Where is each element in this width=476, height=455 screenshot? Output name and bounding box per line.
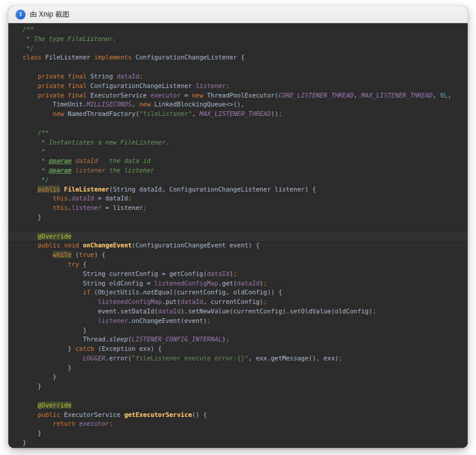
code-token: implements xyxy=(94,54,131,61)
code-token: @param xyxy=(49,157,71,164)
code-token: executor xyxy=(79,420,109,427)
code-token: dataId xyxy=(158,307,181,315)
code-token: while xyxy=(53,251,72,258)
code-token: = xyxy=(181,92,192,99)
code-token: FileListener xyxy=(64,186,109,193)
code-token: @Override xyxy=(37,401,71,409)
code-token: () { xyxy=(192,411,206,418)
code-token: class xyxy=(23,54,42,61)
code-token: private final xyxy=(23,73,86,80)
code-token: TimeUnit. xyxy=(23,101,86,108)
code-line xyxy=(8,62,468,72)
code-token: , xyxy=(447,92,451,99)
xnip-window: ✂ 由 Xnip 截图 /** * The type FileListener.… xyxy=(8,6,468,448)
code-token: new xyxy=(23,110,64,117)
code-area[interactable]: /** * The type FileListener. */class Fil… xyxy=(8,25,468,448)
code-line: @Override xyxy=(8,401,468,410)
code-token: executor xyxy=(151,92,181,99)
code-token: sleep xyxy=(109,335,128,343)
code-token: , currentConfig) xyxy=(203,298,263,305)
code-token: try xyxy=(23,261,79,268)
code-token: } xyxy=(23,327,86,334)
code-token: ; xyxy=(339,354,342,362)
code-token: event.setDataId( xyxy=(23,307,158,315)
code-token: ; xyxy=(139,73,143,80)
code-editor[interactable]: /** * The type FileListener. */class Fil… xyxy=(8,23,468,448)
code-token: */ xyxy=(23,45,34,52)
code-token: , xyxy=(353,92,361,99)
code-line: * The type FileListener. xyxy=(8,34,468,44)
code-token: = dataId xyxy=(94,194,128,202)
code-token: .error( xyxy=(105,354,131,362)
code-line xyxy=(8,119,468,128)
code-token: (Exception exx) { xyxy=(94,345,162,352)
code-token: (String dataId, ConfigurationChangeListe… xyxy=(109,186,316,193)
xnip-app-icon: ✂ xyxy=(15,10,26,20)
code-token: private final xyxy=(23,82,86,89)
code-token: { xyxy=(79,261,87,268)
code-token: ) { xyxy=(94,251,105,258)
code-token: CORE_LISTENER_THREAD xyxy=(278,92,353,99)
code-token: * xyxy=(23,167,49,174)
code-token: notEqual xyxy=(143,288,173,296)
code-token: } xyxy=(23,345,76,352)
code-token: return xyxy=(23,420,76,427)
code-line: while (true) { xyxy=(8,250,468,260)
code-token: ConfigurationChangeListener xyxy=(86,82,195,89)
code-token: } xyxy=(23,364,71,371)
code-token: * xyxy=(23,157,49,164)
code-line: String oldConfig = listenedConfigMap.get… xyxy=(8,279,468,288)
code-token: ; xyxy=(264,298,267,305)
code-token: the data id xyxy=(98,157,151,164)
code-line: TimeUnit.MILLISECONDS, new LinkedBlockin… xyxy=(8,100,468,109)
code-token: .onChangeEvent(event) xyxy=(128,317,207,324)
code-line: this.dataId = dataId; xyxy=(8,194,468,203)
code-token: @Override xyxy=(37,233,71,240)
code-token: String xyxy=(86,73,117,80)
code-token: the listener xyxy=(105,167,154,174)
code-token: .put( xyxy=(162,298,181,305)
code-line: * Instantiates a new FileListener. xyxy=(8,138,468,148)
code-line: listener.onChangeEvent(event); xyxy=(8,316,468,326)
code-token: MILLISECONDS xyxy=(86,101,131,108)
code-token: Thread. xyxy=(23,335,109,343)
code-token: , xyxy=(433,92,440,99)
code-token: ; xyxy=(233,270,237,277)
code-token: ; xyxy=(264,280,267,287)
code-token: dataId xyxy=(237,280,259,287)
code-token: LOGGER xyxy=(83,354,105,362)
code-token: LinkedBlockingQueue<>(), xyxy=(151,101,245,108)
code-line: if (ObjectUtils.notEqual(currentConfig, … xyxy=(8,288,468,297)
code-token: ; xyxy=(372,307,376,315)
code-token xyxy=(23,317,98,324)
code-token: )) xyxy=(271,110,278,117)
window-title: 由 Xnip 截图 xyxy=(30,10,70,20)
code-token: "fileListener" xyxy=(139,110,192,117)
code-token: public xyxy=(23,411,60,418)
code-token: listenedConfigMap xyxy=(154,280,218,287)
code-line: } xyxy=(8,326,468,335)
code-token xyxy=(23,401,37,409)
code-token: dataId xyxy=(181,298,203,305)
code-token: FileListener xyxy=(42,54,95,61)
code-token: (currentConfig, oldConfig)) { xyxy=(173,288,282,296)
code-line: } xyxy=(8,213,468,222)
code-line: */ xyxy=(8,175,468,185)
code-token: (ObjectUtils. xyxy=(90,288,143,296)
code-token: ).setNewValue(currentConfig).setOldValue… xyxy=(181,307,372,315)
code-token: ; xyxy=(109,420,112,427)
code-token: new xyxy=(192,92,203,99)
code-line: private final String dataId; xyxy=(8,72,468,81)
code-line: } xyxy=(8,363,468,373)
code-token: this xyxy=(23,194,68,202)
code-line xyxy=(8,391,468,401)
code-token: listenedConfigMap xyxy=(98,298,161,305)
code-token xyxy=(23,298,98,305)
code-token: true xyxy=(79,251,94,258)
code-line: * xyxy=(8,147,468,156)
code-line: } xyxy=(8,429,468,438)
code-token: } xyxy=(23,429,42,437)
code-token: LISTENER_CONFIG_INTERNAL xyxy=(131,335,222,343)
code-token: public void xyxy=(23,241,79,249)
code-token: String currentConfig = getConfig( xyxy=(23,270,207,277)
